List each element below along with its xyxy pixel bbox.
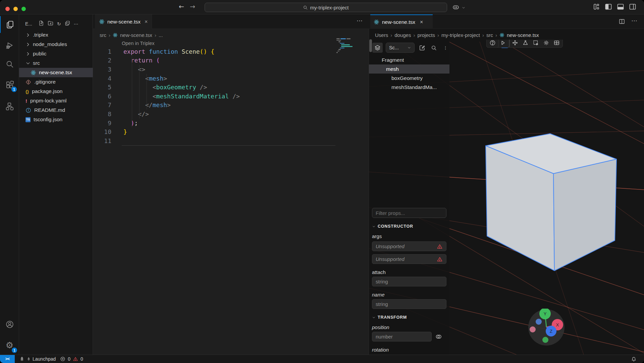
- scene-tree-item-boxGeometry[interactable]: boxGeometry: [369, 74, 449, 83]
- code-line-8[interactable]: 8 </>: [93, 109, 348, 119]
- breadcrumb[interactable]: src›new-scene.tsx›...: [100, 31, 163, 39]
- code-line-7[interactable]: 7 </mesh>: [93, 101, 348, 110]
- refresh-button[interactable]: ↻: [57, 21, 61, 27]
- scene-viewport[interactable]: Sc...⋮ ⚙ FragmentmeshboxGeometrymeshStan…: [369, 40, 644, 355]
- remote-indicator-button[interactable]: ><: [0, 355, 15, 363]
- axis-gizmo[interactable]: YXZ: [528, 309, 565, 346]
- info-icon: [25, 107, 31, 113]
- close-window-button[interactable]: [5, 7, 10, 11]
- problems-button[interactable]: 0 0: [60, 356, 83, 362]
- scene-tree-item-Fragment[interactable]: Fragment: [369, 55, 449, 64]
- collapse-all-button[interactable]: [64, 20, 70, 28]
- breadcrumb-file[interactable]: new-scene.tsx: [120, 32, 152, 38]
- layout-sections-button[interactable]: [592, 3, 600, 12]
- breadcrumb-item[interactable]: src: [100, 32, 106, 38]
- move-tool-button[interactable]: [510, 40, 520, 47]
- command-center-search[interactable]: my-triplex-project: [205, 3, 447, 12]
- layers-button[interactable]: [372, 43, 383, 53]
- nav-back-button[interactable]: ←: [179, 3, 184, 10]
- panel-more-actions-icon[interactable]: ⋯: [631, 18, 637, 24]
- new-file-button[interactable]: [38, 20, 44, 28]
- code-line-11[interactable]: 11: [93, 136, 348, 145]
- more-h-button[interactable]: ⋯: [74, 21, 78, 27]
- new-folder-button[interactable]: [48, 20, 54, 28]
- link-axes-toggle-icon[interactable]: [435, 333, 442, 340]
- sun-tool-button[interactable]: [541, 40, 551, 47]
- breadcrumb-item[interactable]: src: [486, 32, 493, 38]
- file-tree-item-pnpm-lock-yaml[interactable]: !pnpm-lock.yaml: [19, 96, 93, 105]
- nav-forward-button[interactable]: →: [190, 3, 195, 10]
- scene-select-dropdown[interactable]: Sc...: [386, 43, 415, 53]
- edit-scene-button[interactable]: [418, 43, 426, 52]
- code-line-10[interactable]: 10}: [93, 127, 348, 136]
- help-button[interactable]: [487, 40, 498, 47]
- breadcrumb-item[interactable]: projects: [417, 32, 435, 38]
- file-tree-item-node-modules[interactable]: node_modules: [19, 40, 93, 49]
- file-tree-item-README-md[interactable]: README.md: [19, 105, 93, 115]
- copilot-chevron-icon[interactable]: [462, 5, 466, 11]
- prop-input-attach[interactable]: string: [372, 277, 446, 286]
- panel-bottom-button[interactable]: [616, 3, 625, 12]
- triangle-tool-tool-button[interactable]: [520, 40, 531, 47]
- launchpad-button[interactable]: Launchpad: [19, 356, 56, 362]
- breadcrumb-item[interactable]: my-triplex-project: [441, 32, 480, 38]
- prop-input-args[interactable]: Unsupported: [372, 241, 446, 251]
- code-line-5[interactable]: 5 <boxGeometry />: [93, 83, 348, 92]
- section-header-constructor[interactable]: CONSTRUCTOR: [372, 223, 446, 229]
- breadcrumb-item[interactable]: douges: [394, 32, 411, 38]
- minimize-window-button[interactable]: [13, 7, 18, 11]
- prop-input-name[interactable]: string: [372, 299, 446, 309]
- copilot-icon[interactable]: [452, 3, 460, 12]
- code-line-4[interactable]: 4 <mesh>: [93, 74, 348, 83]
- file-tree-item-new-scene-tsx[interactable]: new-scene.tsx: [19, 68, 93, 77]
- file-tree-item--gitignore[interactable]: .gitignore: [19, 77, 93, 87]
- breadcrumb-file[interactable]: new-scene.tsx: [507, 32, 539, 38]
- breadcrumb[interactable]: Users›douges›projects›my-triplex-project…: [375, 31, 539, 39]
- open-in-triplex-lens[interactable]: Open in Triplex: [122, 41, 155, 46]
- notifications-bell-icon[interactable]: [631, 356, 637, 362]
- code-line-2[interactable]: 2 return (: [93, 56, 348, 65]
- activity-hierarchy-button[interactable]: [0, 98, 19, 115]
- code-area[interactable]: 1export function Scene() {2 return (3 <>…: [93, 47, 348, 145]
- file-tree-item-public[interactable]: public: [19, 49, 93, 58]
- split-editor-icon[interactable]: [619, 18, 625, 25]
- scene-tree-item-mesh[interactable]: mesh: [369, 64, 449, 74]
- panel-left-button[interactable]: [604, 3, 612, 12]
- error-icon: [60, 356, 65, 362]
- scene-tree-item-meshStandardMa-[interactable]: meshStandardMa...: [369, 83, 449, 92]
- grid-panel-tool-button[interactable]: [551, 40, 562, 47]
- editor-more-actions-icon[interactable]: ⋯: [357, 18, 363, 24]
- breadcrumb-more[interactable]: ...: [159, 32, 163, 38]
- activity-search-button[interactable]: [0, 56, 19, 73]
- breadcrumb-item[interactable]: Users: [375, 32, 388, 38]
- play-button[interactable]: [498, 40, 508, 47]
- file-tree-item-src[interactable]: src: [19, 58, 93, 68]
- sash-handle[interactable]: [369, 39, 372, 52]
- tab-triplex-scene[interactable]: new-scene.tsx ×: [370, 14, 433, 29]
- close-icon[interactable]: ×: [145, 19, 148, 25]
- code-line-3[interactable]: 3 <>: [93, 65, 348, 74]
- marquee-tool-button[interactable]: [531, 40, 541, 47]
- tab-new-scene[interactable]: new-scene.tsx ×: [95, 14, 152, 29]
- section-header-transform[interactable]: TRANSFORM: [372, 314, 446, 320]
- file-tree-item--triplex[interactable]: .triplex: [19, 30, 93, 40]
- zoom-window-button[interactable]: [21, 7, 26, 11]
- minimap[interactable]: [336, 38, 355, 54]
- scene-menu-button[interactable]: ⋮: [441, 43, 450, 52]
- panel-right-button[interactable]: [629, 3, 637, 12]
- code-line-1[interactable]: 1export function Scene() {: [93, 47, 348, 56]
- file-tree-item-package-json[interactable]: {}package.json: [19, 87, 93, 96]
- code-line-6[interactable]: 6 <meshStandardMaterial />: [93, 92, 348, 101]
- prop-input-position[interactable]: number: [372, 332, 432, 342]
- activity-gear-button[interactable]: ⚙1: [0, 337, 19, 354]
- activity-account-button[interactable]: [0, 316, 19, 333]
- code-line-9[interactable]: 9 );: [93, 119, 348, 128]
- filter-props-input[interactable]: [372, 208, 446, 218]
- activity-files-button[interactable]: [0, 16, 19, 33]
- activity-run-debug-button[interactable]: [0, 37, 19, 54]
- search-scene-button[interactable]: [429, 43, 438, 52]
- activity-extensions-button[interactable]: 1: [0, 77, 19, 93]
- file-tree-item-tsconfig-json[interactable]: TStsconfig.json: [19, 115, 93, 124]
- prop-input-args[interactable]: Unsupported: [372, 254, 446, 264]
- close-icon[interactable]: ×: [420, 19, 423, 25]
